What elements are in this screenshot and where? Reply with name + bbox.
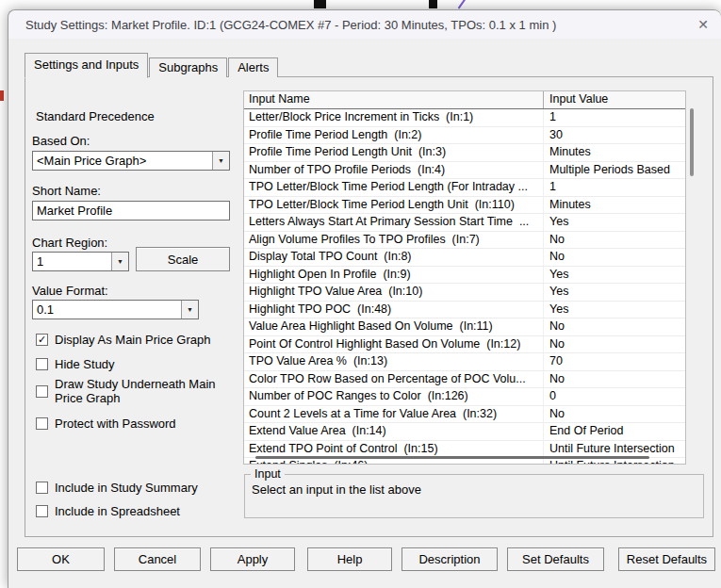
table-row[interactable]: Extend Singles (In:46)Until Future Inter… (244, 458, 685, 465)
input-group-message: Select an input in the list above (252, 482, 421, 497)
input-name-cell: Extend TPO Point of Control (In:15) (244, 441, 544, 458)
input-value-cell: 0 (544, 388, 685, 405)
input-name-cell: Point Of Control Highlight Based On Volu… (244, 336, 544, 353)
input-name-cell: TPO Value Area % (In:13) (244, 353, 544, 370)
table-row[interactable]: TPO Letter/Block Time Period Length (For… (244, 179, 685, 197)
input-value-cell: 1 (544, 109, 685, 126)
background-chart-artifact (0, 90, 4, 101)
display-as-main-price-graph-checkbox[interactable]: ✓ Display As Main Price Graph (36, 333, 210, 347)
dialog-titlebar[interactable]: Study Settings: Market Profile. ID:1 (GC… (8, 10, 721, 39)
checkbox-label: Include in Spreadsheet (55, 504, 180, 518)
input-value-cell: Multiple Periods Based (544, 162, 685, 179)
close-icon[interactable]: ✕ (691, 13, 715, 36)
ok-button[interactable]: OK (17, 547, 105, 571)
reset-defaults-button[interactable]: Reset Defaults (618, 547, 715, 571)
input-value-cell: No (544, 318, 685, 335)
protect-with-password-checkbox[interactable]: Protect with Password (36, 416, 176, 431)
input-name-cell: Profile Time Period Length (In:2) (244, 127, 544, 144)
inputs-table: Input Name Input Value Letter/Block Pric… (243, 90, 686, 465)
input-value-cell: 70 (544, 353, 685, 370)
tab-alerts[interactable]: Alerts (228, 57, 278, 77)
input-group-title: Input (251, 467, 285, 481)
table-row[interactable]: Extend Value Area (In:14)End Of Period (244, 423, 685, 441)
short-name-value: Market Profile (37, 204, 112, 218)
set-defaults-button[interactable]: Set Defaults (507, 547, 604, 571)
input-group-box: Input Select an input in the list above (244, 474, 704, 518)
table-row[interactable]: TPO Value Area % (In:13)70 (244, 353, 685, 371)
value-format-value: 0.1 (33, 302, 181, 317)
input-value-cell: Yes (544, 214, 685, 231)
cancel-button[interactable]: Cancel (114, 547, 201, 571)
table-row[interactable]: TPO Letter/Block Time Period Length Unit… (244, 197, 685, 215)
input-value-cell: 30 (544, 127, 685, 144)
include-in-study-summary-checkbox[interactable]: Include in Study Summary (36, 481, 198, 495)
checkbox-label: Protect with Password (55, 416, 176, 431)
input-name-cell: TPO Letter/Block Time Period Length Unit… (244, 197, 544, 214)
horizontal-scrollbar[interactable] (255, 456, 649, 459)
column-header-input-name[interactable]: Input Name (244, 91, 544, 108)
chevron-down-icon[interactable]: ▼ (111, 253, 128, 270)
table-row[interactable]: Display Total TPO Count (In:8)No (244, 249, 685, 267)
checkbox-box: ✓ (36, 334, 48, 346)
tab-subgraphs[interactable]: Subgraphs (149, 57, 227, 77)
scale-button[interactable]: Scale (136, 247, 230, 271)
tab-settings-and-inputs[interactable]: Settings and Inputs (25, 53, 148, 78)
table-row[interactable]: Highlight TPO Value Area (In:10)Yes (244, 284, 685, 302)
inputs-table-header[interactable]: Input Name Input Value (244, 91, 685, 109)
input-name-cell: Display Total TPO Count (In:8) (244, 249, 544, 266)
input-name-cell: Align Volume Profiles To TPO Profiles (I… (244, 232, 544, 249)
table-row[interactable]: Highlight Open In Profile (In:9)Yes (244, 267, 685, 285)
include-in-spreadsheet-checkbox[interactable]: Include in Spreadsheet (36, 504, 180, 518)
vertical-scrollbar[interactable] (690, 108, 694, 176)
table-row[interactable]: Align Volume Profiles To TPO Profiles (I… (244, 232, 685, 250)
short-name-label: Short Name: (32, 184, 101, 198)
column-header-input-value[interactable]: Input Value (544, 91, 685, 108)
input-value-cell: Until Future Intersection (544, 441, 685, 458)
apply-button[interactable]: Apply (210, 547, 295, 571)
chart-region-dropdown[interactable]: 1 ▼ (32, 252, 129, 271)
background-chart-artifact (429, 0, 437, 8)
table-row[interactable]: Color TPO Row Based on Percentage of POC… (244, 371, 685, 389)
input-name-cell: Value Area Highlight Based On Volume (In… (244, 318, 544, 335)
input-name-cell: Color TPO Row Based on Percentage of POC… (244, 371, 544, 388)
input-name-cell: Highlight Open In Profile (In:9) (244, 267, 544, 284)
table-row[interactable]: Number of POC Ranges to Color (In:126)0 (244, 388, 685, 406)
draw-study-underneath-checkbox[interactable]: Draw Study Underneath Main Price Graph (36, 377, 220, 405)
input-value-cell: Minutes (544, 197, 685, 214)
hide-study-checkbox[interactable]: Hide Study (36, 357, 115, 371)
chevron-down-icon[interactable]: ▼ (212, 152, 229, 170)
value-format-dropdown[interactable]: 0.1 ▼ (32, 300, 199, 319)
input-name-cell: Highlight TPO POC (In:48) (244, 302, 544, 318)
help-button[interactable]: Help (307, 547, 392, 571)
short-name-input[interactable]: Market Profile (32, 201, 230, 220)
input-value-cell: No (544, 371, 685, 388)
checkbox-box (36, 385, 48, 398)
table-row[interactable]: Highlight TPO POC (In:48)Yes (244, 302, 685, 319)
table-row[interactable]: Count 2 Levels at a Time for Value Area … (244, 406, 685, 424)
chevron-down-icon[interactable]: ▼ (181, 301, 198, 318)
input-name-cell: Profile Time Period Length Unit (In:3) (244, 144, 544, 161)
study-settings-dialog: Study Settings: Market Profile. ID:1 (GC… (8, 9, 721, 588)
table-row[interactable]: Letter/Block Price Increment in Ticks (I… (244, 109, 685, 127)
based-on-dropdown[interactable]: <Main Price Graph> ▼ (32, 151, 230, 171)
tab-bar: Settings and InputsSubgraphsAlerts (25, 54, 279, 77)
value-format-label: Value Format: (32, 284, 108, 298)
input-value-cell: No (544, 406, 685, 423)
table-row[interactable]: Profile Time Period Length (In:2)30 (244, 127, 685, 145)
table-row[interactable]: Letters Always Start At Primary Session … (244, 214, 685, 232)
checkbox-label: Display As Main Price Graph (55, 333, 210, 347)
table-row[interactable]: Point Of Control Highlight Based On Volu… (244, 336, 685, 354)
description-button[interactable]: Description (401, 547, 498, 571)
input-name-cell: Count 2 Levels at a Time for Value Area … (244, 406, 544, 423)
input-name-cell: Number of POC Ranges to Color (In:126) (244, 388, 544, 405)
table-row[interactable]: Profile Time Period Length Unit (In:3)Mi… (244, 144, 685, 162)
based-on-value: <Main Price Graph> (33, 154, 212, 168)
input-name-cell: Extend Singles (In:46) (244, 458, 544, 465)
input-value-cell: Yes (544, 267, 685, 284)
background-chart-artifact (314, 0, 326, 8)
input-value-cell: End Of Period (544, 423, 685, 440)
input-name-cell: Number of TPO Profile Periods (In:4) (244, 162, 544, 179)
table-row[interactable]: Number of TPO Profile Periods (In:4)Mult… (244, 162, 685, 180)
input-value-cell: No (544, 336, 685, 353)
table-row[interactable]: Value Area Highlight Based On Volume (In… (244, 318, 685, 336)
